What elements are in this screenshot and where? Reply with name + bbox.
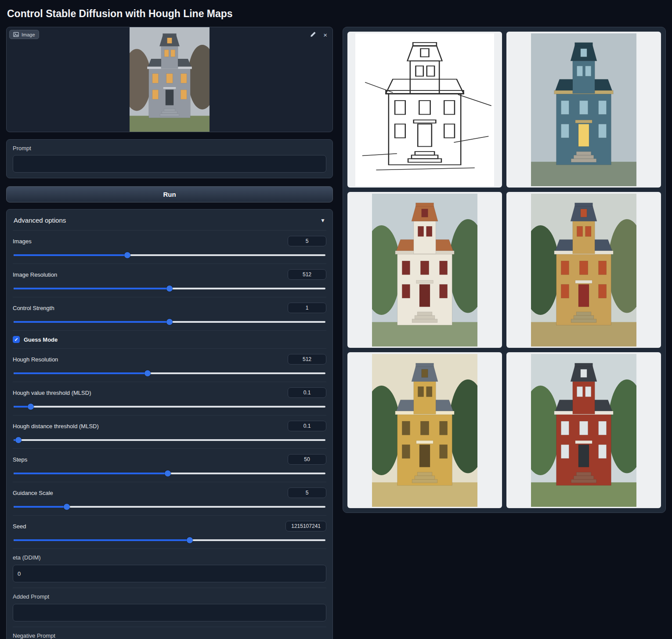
control-strength-label: Control Strength <box>13 305 54 311</box>
control-strength-row: Control Strength 1 <box>13 297 326 330</box>
slider-track <box>14 372 325 374</box>
added-prompt-row: Added Prompt <box>13 588 326 627</box>
hough-resolution-row: Hough Resolution 512 <box>13 348 326 382</box>
hough-value-threshold-row: Hough value threshold (MLSD) 0.1 <box>13 382 326 415</box>
guidance-scale-row: Guidance Scale 5 <box>13 482 326 515</box>
hough-resolution-slider[interactable] <box>14 370 325 376</box>
slider-handle[interactable] <box>64 504 70 510</box>
edit-icon <box>310 31 316 37</box>
advanced-options-title: Advanced options <box>14 217 66 224</box>
app: Control Stable Diffusion with Hough Line… <box>0 0 672 639</box>
guess-mode-label: Guess Mode <box>24 336 58 343</box>
slider-track <box>14 254 325 256</box>
input-image[interactable] <box>130 27 210 132</box>
guess-mode-checkbox[interactable] <box>13 336 20 343</box>
guidance-scale-value[interactable]: 5 <box>288 487 326 498</box>
image-input-panel: Image × <box>6 27 333 132</box>
slider-track <box>14 539 325 541</box>
chevron-down-icon: ▼ <box>320 217 325 224</box>
result-gallery <box>343 27 666 513</box>
added-prompt-label: Added Prompt <box>13 593 326 600</box>
slider-handle[interactable] <box>187 537 193 543</box>
page-title: Control Stable Diffusion with Hough Line… <box>7 8 666 20</box>
slider-track <box>14 506 325 508</box>
images-slider[interactable] <box>14 252 325 258</box>
image-resolution-row: Image Resolution 512 <box>13 264 326 297</box>
hough-distance-threshold-row: Hough distance threshold (MLSD) 0.1 <box>13 415 326 448</box>
steps-slider[interactable] <box>14 470 325 477</box>
gallery-item-result-2[interactable] <box>347 192 502 348</box>
generated-image-5 <box>531 354 636 507</box>
slider-handle[interactable] <box>124 252 130 258</box>
output-column <box>343 27 666 513</box>
hough-distance-threshold-label: Hough distance threshold (MLSD) <box>13 423 99 430</box>
eta-label: eta (DDIM) <box>13 554 326 561</box>
advanced-options-accordion[interactable]: Advanced options ▼ <box>13 209 326 230</box>
negative-prompt-row: Negative Prompt <box>13 627 326 639</box>
hough-distance-threshold-value[interactable]: 0.1 <box>288 421 326 431</box>
seed-label: Seed <box>13 523 26 530</box>
images-label: Images <box>13 238 32 245</box>
negative-prompt-label: Negative Prompt <box>13 632 326 639</box>
added-prompt-input[interactable] <box>13 604 326 621</box>
slider-track <box>14 439 325 441</box>
gallery-item-result-3[interactable] <box>506 192 661 348</box>
hough-value-threshold-label: Hough value threshold (MLSD) <box>13 390 91 396</box>
controls-column: Image × Prompt Run <box>6 27 333 639</box>
slider-handle[interactable] <box>165 470 171 477</box>
generated-image-3 <box>531 194 636 347</box>
control-strength-slider[interactable] <box>14 319 325 325</box>
slider-handle[interactable] <box>145 370 151 376</box>
guess-mode-row: Guess Mode <box>13 330 326 348</box>
steps-label: Steps <box>13 456 27 463</box>
seed-slider[interactable] <box>14 537 325 543</box>
prompt-block: Prompt <box>6 139 333 178</box>
seed-row: Seed 1215107241 <box>13 515 326 549</box>
hough-resolution-label: Hough Resolution <box>13 356 58 363</box>
seed-value[interactable]: 1215107241 <box>285 521 326 531</box>
slider-handle[interactable] <box>166 285 173 292</box>
hough-value-threshold-value[interactable]: 0.1 <box>288 387 326 398</box>
slider-handle[interactable] <box>28 404 34 410</box>
generated-image-4 <box>372 354 477 507</box>
image-icon <box>13 32 19 37</box>
gallery-item-hough-map[interactable] <box>347 32 502 188</box>
image-resolution-label: Image Resolution <box>13 271 57 278</box>
control-strength-value[interactable]: 1 <box>288 303 326 313</box>
image-input-label: Image <box>9 30 39 39</box>
prompt-label: Prompt <box>13 145 326 152</box>
images-value[interactable]: 5 <box>288 236 326 246</box>
generated-image-2 <box>372 194 477 347</box>
slider-handle[interactable] <box>166 319 173 325</box>
image-input-label-text: Image <box>22 32 35 37</box>
guidance-scale-label: Guidance Scale <box>13 490 53 496</box>
hough-resolution-value[interactable]: 512 <box>288 354 326 365</box>
guidance-scale-slider[interactable] <box>14 504 325 510</box>
gallery-item-result-4[interactable] <box>347 352 502 508</box>
steps-value[interactable]: 50 <box>288 454 326 465</box>
images-row: Images 5 <box>13 230 326 264</box>
image-resolution-value[interactable]: 512 <box>288 269 326 280</box>
generated-image-1 <box>531 33 636 186</box>
image-resolution-slider[interactable] <box>14 285 325 292</box>
run-button[interactable]: Run <box>6 186 333 202</box>
gallery-item-result-1[interactable] <box>506 32 661 188</box>
slider-track <box>14 406 325 408</box>
gallery-item-result-5[interactable] <box>506 352 661 508</box>
eta-row: eta (DDIM) <box>13 549 326 588</box>
slider-handle[interactable] <box>15 437 22 443</box>
hough-distance-threshold-slider[interactable] <box>14 437 325 443</box>
prompt-input[interactable] <box>13 155 326 173</box>
eta-input[interactable] <box>13 565 326 582</box>
steps-row: Steps 50 <box>13 448 326 482</box>
advanced-options-panel: Advanced options ▼ Images 5 <box>6 209 333 639</box>
clear-image-button[interactable]: × <box>322 30 328 39</box>
edit-image-button[interactable] <box>309 30 317 39</box>
hough-value-threshold-slider[interactable] <box>14 404 325 410</box>
hough-line-map-image <box>355 33 494 186</box>
